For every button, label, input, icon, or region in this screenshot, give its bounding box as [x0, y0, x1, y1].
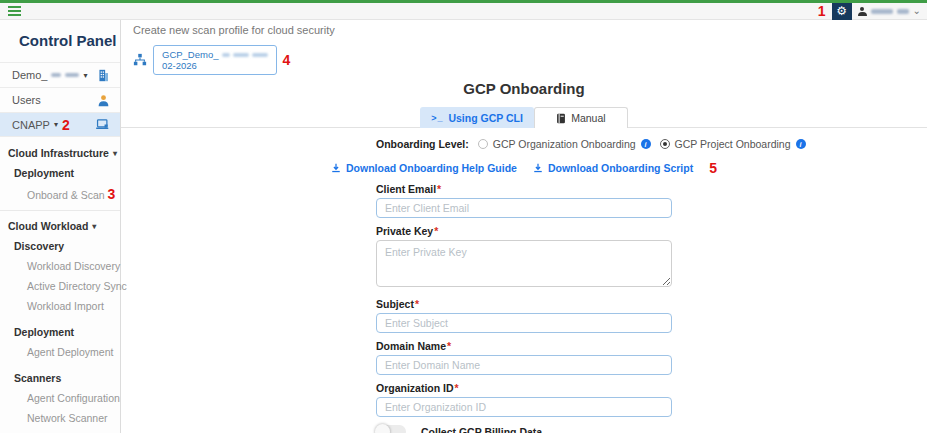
download-script-link[interactable]: Download Onboarding Script — [533, 162, 693, 174]
gear-icon: ⚙ — [836, 4, 847, 18]
nav-group-cloud-infrastructure[interactable]: Cloud Infrastructure ▾ — [0, 143, 120, 163]
download-help-guide-link[interactable]: Download Onboarding Help Guide — [331, 162, 517, 174]
radio-icon[interactable] — [478, 139, 488, 149]
scan-profile-card[interactable]: GCP_Demo_ 02-2026 — [153, 45, 277, 75]
profile-redacted-3 — [252, 53, 268, 57]
private-key-label: Private Key* — [376, 225, 672, 237]
caret-down-icon: ▾ — [92, 222, 96, 231]
annotation-2: 2 — [62, 118, 70, 132]
sidebar-title: Control Panel — [0, 20, 120, 62]
cnapp-label: CNAPP — [12, 119, 50, 131]
caret-down-icon: ▾ — [113, 149, 117, 158]
nav-item-workload-import[interactable]: Workload Import — [0, 296, 120, 316]
form-title: GCP Onboarding — [121, 80, 927, 97]
profile-redacted-2 — [233, 53, 249, 57]
nav-item-workload-discovery[interactable]: Workload Discovery — [0, 256, 120, 276]
profile-redacted — [222, 53, 230, 57]
info-icon[interactable]: i — [796, 139, 806, 149]
sidebar-item-cnapp[interactable]: CNAPP ▾ 2 — [0, 112, 120, 137]
username-redacted-2 — [897, 9, 909, 14]
radio-selected-icon[interactable] — [660, 139, 670, 149]
nav-item-agent-deployment[interactable]: Agent Deployment — [0, 342, 120, 362]
sidebar-divider — [0, 210, 120, 211]
annotation-3: 3 — [108, 186, 116, 202]
cnapp-device-icon — [96, 118, 110, 131]
nav-item-posture-anomaly-scanner[interactable]: Posture Anomaly Scanner — [0, 428, 120, 433]
organization-id-label: Organization ID* — [376, 382, 672, 394]
profile-date: 02-2026 — [162, 60, 268, 71]
caret-down-icon: ▾ — [83, 71, 87, 80]
onboarding-level-label: Onboarding Level: — [376, 138, 469, 150]
collect-billing-label: Collect GCP Billing Data — [421, 426, 542, 433]
sidebar: Control Panel Demo_ ▾ Users — [0, 20, 121, 433]
nav-item-agent-configuration[interactable]: Agent Configuration — [0, 388, 120, 408]
caret-down-icon: ▾ — [54, 120, 58, 129]
nav-subgroup-discovery: Discovery — [0, 236, 120, 256]
download-icon — [533, 163, 543, 173]
org-redacted — [51, 73, 61, 77]
tab-manual[interactable]: Manual — [534, 107, 628, 128]
radio-gcp-project-onboarding[interactable]: GCP Project Onboarding i — [660, 138, 806, 150]
toggle-knob[interactable] — [375, 424, 390, 433]
profile-name: GCP_Demo_ — [162, 49, 219, 60]
users-person-icon — [97, 94, 110, 107]
main-content: Create new scan profile for cloud securi… — [121, 20, 927, 433]
client-email-field[interactable] — [376, 198, 672, 218]
org-redacted-2 — [65, 73, 79, 77]
settings-gear-button[interactable]: ⚙ — [832, 3, 852, 20]
users-label: Users — [12, 94, 41, 106]
hamburger-menu-icon[interactable] — [8, 6, 21, 16]
client-email-label: Client Email* — [376, 183, 672, 195]
user-menu[interactable]: ⌄ — [858, 6, 921, 16]
username-redacted — [871, 9, 893, 14]
nav-item-network-scanner[interactable]: Network Scanner — [0, 408, 120, 428]
annotation-1: 1 — [818, 4, 826, 18]
chevron-down-icon: ⌄ — [913, 6, 921, 16]
tab-using-gcp-cli[interactable]: >_ Using GCP CLI — [420, 107, 534, 128]
sidebar-nav: Cloud Infrastructure ▾ Deployment Onboar… — [0, 137, 120, 433]
sidebar-item-users[interactable]: Users — [0, 87, 120, 112]
domain-name-label: Domain Name* — [376, 340, 672, 352]
subject-label: Subject* — [376, 298, 672, 310]
tab-bar: >_ Using GCP CLI Manual — [121, 107, 927, 128]
org-label: Demo_ — [12, 69, 47, 81]
annotation-5: 5 — [709, 161, 717, 175]
sidebar-item-organization[interactable]: Demo_ ▾ — [0, 62, 120, 87]
domain-name-field[interactable] — [376, 355, 672, 375]
manual-book-icon — [556, 113, 566, 124]
page-subtitle: Create new scan profile for cloud securi… — [121, 20, 927, 36]
nav-group-cloud-workload[interactable]: Cloud Workload ▾ — [0, 216, 120, 236]
info-icon[interactable]: i — [641, 139, 651, 149]
user-icon — [858, 7, 867, 16]
collect-billing-toggle[interactable] — [376, 425, 406, 433]
nav-subgroup-deployment-2: Deployment — [0, 322, 120, 342]
organization-building-icon — [97, 69, 110, 82]
organization-id-field[interactable] — [376, 397, 672, 417]
annotation-4: 4 — [283, 53, 291, 67]
sitemap-icon — [133, 53, 147, 67]
radio-gcp-organization-onboarding[interactable]: GCP Organization Onboarding i — [478, 138, 651, 150]
terminal-icon: >_ — [431, 113, 443, 123]
nav-item-onboard-scan[interactable]: Onboard & Scan 3 — [0, 183, 120, 205]
subject-field[interactable] — [376, 313, 672, 333]
nav-item-active-directory-sync[interactable]: Active Directory Sync — [0, 276, 120, 296]
nav-subgroup-scanners: Scanners — [0, 368, 120, 388]
topbar: 1 ⚙ ⌄ — [0, 3, 927, 20]
private-key-field[interactable] — [376, 240, 672, 287]
nav-subgroup-deployment: Deployment — [0, 163, 120, 183]
download-icon — [331, 163, 341, 173]
